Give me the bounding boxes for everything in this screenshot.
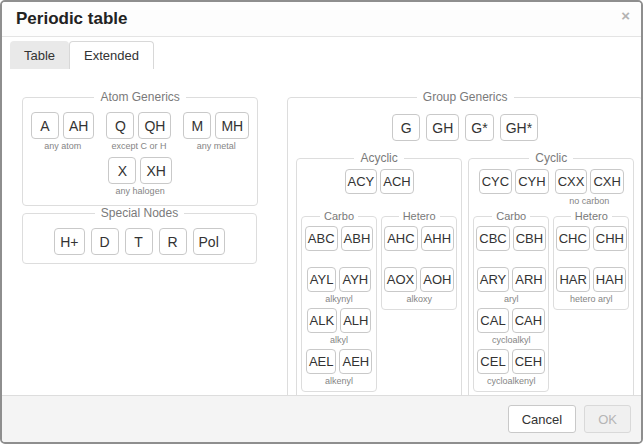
cyclic-hetero-group-1: CHC CHH — [556, 226, 626, 264]
acyclic-fieldset: Acyclic ACY ACH — [296, 151, 462, 395]
btn-aoh[interactable]: AOH — [420, 267, 454, 292]
caption-cycloalkyl: cycloalkyl — [492, 334, 531, 346]
caption-alkenyl: alkenyl — [325, 375, 353, 387]
btn-qh[interactable]: QH — [138, 112, 171, 139]
btn-ach[interactable]: ACH — [380, 169, 413, 194]
tab-bar: Table Extended — [2, 37, 641, 69]
btn-abh[interactable]: ABH — [341, 226, 374, 251]
caption-cycloalkenyl: cycloalkenyl — [487, 375, 536, 387]
btn-ayh[interactable]: AYH — [339, 267, 371, 292]
acyclic-hetero-group-1: AHC AHH — [384, 226, 454, 264]
btn-cah[interactable]: CAH — [512, 308, 545, 333]
btn-g[interactable]: G — [392, 114, 420, 141]
atom-generics-row-1: A AH any atom Q QH except C or H — [31, 112, 249, 152]
acyclic-legend: Acyclic — [354, 151, 403, 165]
acyclic-hetero-group-2: AOX AOH alkoxy — [384, 267, 454, 305]
btn-x[interactable]: X — [108, 157, 136, 184]
btn-ah[interactable]: AH — [63, 112, 94, 139]
acyclic-hetero-legend: Hetero — [399, 210, 440, 222]
dialog-content: Atom Generics A AH any atom Q QH — [2, 69, 641, 395]
cyclic-hetero-fieldset: Hetero CHC CHH — [553, 210, 629, 310]
caption-hetero-aryl: hetero aryl — [570, 293, 613, 305]
btn-m[interactable]: M — [183, 112, 211, 139]
btn-chh[interactable]: CHH — [593, 226, 627, 251]
acyclic-hetero-fieldset: Hetero AHC AHH — [381, 210, 457, 310]
btn-h-plus[interactable]: H+ — [54, 228, 84, 255]
cyclic-carbo-group-2: ARY ARH aryl — [476, 267, 546, 305]
tab-extended[interactable]: Extended — [69, 41, 154, 69]
btn-q[interactable]: Q — [106, 112, 134, 139]
btn-arh[interactable]: ARH — [512, 267, 545, 292]
btn-aox[interactable]: AOX — [384, 267, 417, 292]
periodic-table-dialog: Periodic table × Table Extended Atom Gen… — [0, 0, 643, 444]
acyclic-inner-columns: Carbo ABC ABH — [301, 210, 457, 392]
dialog-footer: Cancel OK — [2, 395, 641, 442]
group-generics-legend: Group Generics — [417, 90, 514, 104]
cyclic-carbo-legend: Carbo — [492, 210, 530, 222]
btn-d[interactable]: D — [91, 228, 119, 255]
acyclic-carbo-group-3: ALK ALH alkyl — [304, 308, 374, 346]
caption-any-metal: any metal — [197, 140, 236, 152]
btn-har[interactable]: HAR — [556, 267, 589, 292]
btn-ael[interactable]: AEL — [306, 349, 337, 374]
acyclic-top-row: ACY ACH — [301, 169, 457, 207]
btn-r[interactable]: R — [159, 228, 187, 255]
acyclic-carbo-legend: Carbo — [320, 210, 358, 222]
ok-button[interactable]: OK — [584, 405, 631, 433]
acyclic-carbo-group-4: AEL AEH alkenyl — [304, 349, 374, 387]
atom-pair-except-c-or-h: Q QH except C or H — [106, 112, 171, 152]
btn-gh-star[interactable]: GH* — [500, 114, 538, 141]
cancel-button[interactable]: Cancel — [508, 405, 576, 433]
btn-a[interactable]: A — [31, 112, 59, 139]
close-icon[interactable]: × — [621, 8, 630, 23]
cyclic-top-row: CYC CYH CXX CXH no carbon — [473, 169, 629, 207]
caption-except-c-or-h: except C or H — [111, 140, 166, 152]
dialog-title: Periodic table — [16, 9, 127, 29]
btn-aeh[interactable]: AEH — [339, 349, 372, 374]
group-generics-columns: Acyclic ACY ACH — [296, 151, 634, 395]
cyclic-hetero-legend: Hetero — [571, 210, 612, 222]
group-generics-fieldset: Group Generics G GH G* GH* Acyclic ACY — [287, 90, 641, 395]
btn-alk[interactable]: ALK — [307, 308, 338, 333]
atom-generics-fieldset: Atom Generics A AH any atom Q QH — [22, 90, 258, 206]
atom-pair-any-metal: M MH any metal — [183, 112, 249, 152]
caption-aryl: aryl — [504, 293, 519, 305]
btn-cyh[interactable]: CYH — [515, 169, 548, 194]
left-column: Atom Generics A AH any atom Q QH — [22, 90, 257, 395]
cyclic-legend: Cyclic — [529, 151, 573, 165]
btn-acy[interactable]: ACY — [345, 169, 378, 194]
btn-cbh[interactable]: CBH — [513, 226, 546, 251]
btn-ahh[interactable]: AHH — [421, 226, 454, 251]
special-nodes-fieldset: Special Nodes H+ D T R Pol — [22, 206, 257, 264]
btn-xh[interactable]: XH — [140, 157, 171, 184]
btn-cel[interactable]: CEL — [477, 349, 508, 374]
cyclic-carbo-group-3: CAL CAH cycloalkyl — [476, 308, 546, 346]
btn-alh[interactable]: ALH — [340, 308, 371, 333]
tab-table[interactable]: Table — [10, 41, 69, 69]
btn-chc[interactable]: CHC — [556, 226, 590, 251]
acyclic-carbo-group-2: AYL AYH alkynyl — [304, 267, 374, 305]
caption-alkynyl: alkynyl — [325, 293, 353, 305]
btn-cal[interactable]: CAL — [477, 308, 508, 333]
btn-ayl[interactable]: AYL — [307, 267, 337, 292]
btn-gh[interactable]: GH — [426, 114, 459, 141]
btn-cbc[interactable]: CBC — [476, 226, 509, 251]
btn-cxx[interactable]: CXX — [555, 169, 588, 194]
cyclic-hetero-group-2: HAR HAH hetero aryl — [556, 267, 626, 305]
btn-abc[interactable]: ABC — [305, 226, 338, 251]
btn-ary[interactable]: ARY — [477, 267, 510, 292]
btn-mh[interactable]: MH — [215, 112, 249, 139]
btn-hah[interactable]: HAH — [593, 267, 626, 292]
group-generics-top-row: G GH G* GH* — [296, 114, 634, 141]
btn-g-star[interactable]: G* — [465, 114, 493, 141]
caption-any-halogen: any halogen — [116, 185, 165, 197]
btn-t[interactable]: T — [125, 228, 153, 255]
btn-pol[interactable]: Pol — [193, 228, 225, 255]
btn-ceh[interactable]: CEH — [512, 349, 545, 374]
btn-cxh[interactable]: CXH — [590, 169, 623, 194]
cyclic-fieldset: Cyclic CYC CYH CXX — [468, 151, 634, 395]
btn-ahc[interactable]: AHC — [384, 226, 417, 251]
btn-cyc[interactable]: CYC — [479, 169, 512, 194]
dialog-header: Periodic table × — [2, 2, 641, 37]
cyclic-carbo-group-1: CBC CBH — [476, 226, 546, 264]
